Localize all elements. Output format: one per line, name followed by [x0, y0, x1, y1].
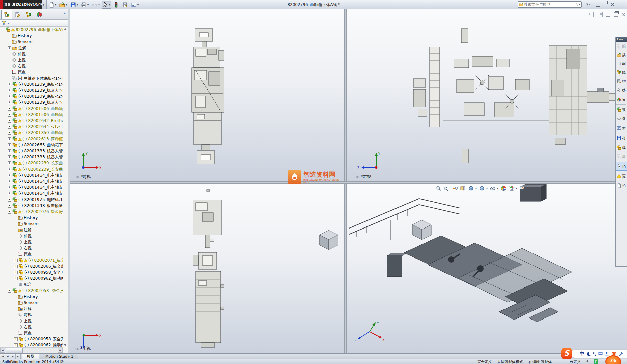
soft-keyboard-icon[interactable]: [598, 351, 603, 356]
menu-flyout-arrow[interactable]: ▸: [42, 0, 47, 9]
select-tool-button[interactable]: ▾: [102, 1, 111, 9]
update-components-button[interactable]: 更: [616, 172, 627, 180]
scroll-left-icon[interactable]: ◀: [0, 348, 5, 353]
filter-caret-icon[interactable]: ▾: [8, 22, 9, 25]
filter-funnel-icon[interactable]: [2, 21, 6, 25]
apply-scene-button[interactable]: ▾: [509, 185, 517, 191]
scrollbar-thumb[interactable]: [6, 348, 23, 353]
caret-icon[interactable]: ▾: [475, 187, 477, 190]
minimize-icon[interactable]: [596, 2, 600, 7]
expand-icon[interactable]: +: [14, 337, 18, 341]
split-pane-right-icon[interactable]: [597, 12, 603, 17]
zoom-to-fit-button[interactable]: [436, 185, 442, 191]
tree-item[interactable]: +(-) 82001464_电主轴支架: [0, 190, 63, 196]
caret-icon[interactable]: ▾: [137, 3, 139, 6]
expand-icon[interactable]: +: [8, 186, 11, 189]
search-input[interactable]: [523, 2, 574, 7]
tree-vertical-scrollbar[interactable]: ▲ ▼: [63, 27, 67, 347]
motion-study-tab[interactable]: Motion Study 1: [40, 354, 78, 359]
insert-components-button[interactable]: 插: [616, 51, 627, 59]
display-style-button[interactable]: ▾: [479, 185, 488, 191]
restore-icon[interactable]: [603, 2, 607, 6]
edit-component-button[interactable]: 编: [616, 42, 627, 51]
expand-icon[interactable]: +: [8, 174, 11, 177]
featuremanager-tab[interactable]: [1, 10, 12, 19]
caret-icon[interactable]: ▾: [87, 3, 89, 6]
tree-item[interactable]: +(-) 82002613_两种框架: [0, 136, 63, 142]
expand-icon[interactable]: +: [8, 137, 11, 141]
expand-icon[interactable]: +: [14, 259, 18, 262]
punctuation-mode-icon[interactable]: °,: [593, 351, 596, 356]
collapse-icon[interactable]: −: [8, 210, 11, 214]
tab-scroll-button-0[interactable]: |◀: [0, 354, 5, 359]
split-pane-left-icon[interactable]: [588, 12, 594, 17]
caret-icon[interactable]: ▾: [55, 3, 56, 6]
viewport-splitter-horizontal[interactable]: [70, 181, 627, 184]
options-button[interactable]: ▾: [130, 1, 140, 9]
view-orientation-button[interactable]: ▾: [468, 185, 477, 191]
caret-icon[interactable]: ▾: [66, 3, 67, 6]
tree-item[interactable]: +(-) 82001209_底板<1> (默: [0, 81, 63, 87]
tree-item[interactable]: +(-) 82001348_板链输送机: [0, 203, 63, 209]
tree-item[interactable]: (-) 曲轴箱下体底板<1> (默: [0, 75, 63, 81]
custom-arrow-icon[interactable]: ▲: [586, 359, 588, 362]
propertymanager-tab[interactable]: [12, 10, 23, 19]
expand-icon[interactable]: +: [8, 143, 11, 147]
search-box[interactable]: ▾: [518, 1, 582, 8]
tab-scroll-button-3[interactable]: ▶|: [16, 354, 21, 359]
mate-button[interactable]: 配: [616, 59, 627, 68]
caret-icon[interactable]: ▾: [109, 3, 110, 6]
tree-item[interactable]: +(-) 82001506_曲轴箱双: [0, 112, 63, 118]
new-document-button[interactable]: ▾: [48, 1, 57, 9]
panel-chevron[interactable]: »: [63, 11, 66, 16]
tree-item[interactable]: +(-) 82001239_机器人管线: [0, 87, 63, 93]
show-hidden-components-button[interactable]: 显: [616, 95, 627, 104]
tree-item[interactable]: +(-) 82001975_翻转机.1<1: [0, 196, 63, 203]
hide-show-items-button[interactable]: ▾: [490, 185, 498, 191]
view-settings-button[interactable]: ▾: [519, 185, 528, 191]
help-button[interactable]: ?▾: [584, 1, 593, 8]
caret-icon[interactable]: ▾: [77, 3, 78, 6]
tree-item[interactable]: +(-) 82001383_机器人管线: [0, 148, 63, 154]
smart-fasteners-button[interactable]: 智: [616, 77, 627, 86]
full-half-width-icon[interactable]: [586, 351, 591, 356]
search-caret-icon[interactable]: ▾: [579, 3, 580, 6]
tree-item[interactable]: Sensors: [0, 39, 63, 45]
expand-icon[interactable]: +: [8, 107, 11, 111]
expand-icon[interactable]: +: [8, 161, 11, 165]
tree-item[interactable]: 原点: [0, 69, 63, 75]
caret-icon[interactable]: ▾: [98, 3, 100, 6]
expand-icon[interactable]: +: [8, 89, 11, 92]
previous-view-button[interactable]: [452, 185, 458, 191]
expand-icon[interactable]: +: [8, 113, 11, 117]
new-motion-study-button[interactable]: 新: [616, 124, 627, 132]
caret-icon[interactable]: ▾: [497, 187, 498, 190]
expand-icon[interactable]: +: [14, 343, 18, 347]
viewport-right[interactable]: Y Z *右视: [347, 9, 627, 181]
zoom-to-area-button[interactable]: [444, 185, 450, 191]
edit-appearance-button[interactable]: [500, 185, 507, 191]
expand-icon[interactable]: +: [8, 180, 11, 183]
doc-close-icon[interactable]: ×: [622, 12, 626, 17]
expand-icon[interactable]: +: [8, 192, 11, 195]
scroll-up-icon[interactable]: ▲: [63, 27, 67, 31]
tab-scroll-button-2[interactable]: ▶: [10, 354, 16, 359]
expand-icon[interactable]: +: [8, 149, 11, 153]
bill-of-materials-button[interactable]: 材: [616, 133, 627, 142]
expand-icon[interactable]: +: [8, 95, 11, 98]
open-button[interactable]: ▾: [58, 1, 68, 9]
configurationmanager-tab[interactable]: [23, 10, 34, 19]
search-icon[interactable]: [574, 2, 578, 7]
expand-icon[interactable]: +: [14, 277, 18, 280]
user-center-icon[interactable]: [605, 351, 610, 356]
expand-icon[interactable]: +: [8, 168, 11, 171]
rebuild-button[interactable]: [112, 1, 120, 9]
expand-icon[interactable]: +: [8, 125, 11, 129]
tree-item[interactable]: History: [0, 33, 63, 39]
file-properties-button[interactable]: [121, 1, 129, 9]
tree-item[interactable]: 前视: [0, 51, 63, 57]
ime-settings-icon[interactable]: [618, 351, 623, 356]
tree-item[interactable]: +(-) 82001209_底板<2> (默: [0, 93, 63, 99]
scroll-right-icon[interactable]: ▶: [58, 348, 63, 353]
reference-geometry-button[interactable]: 参: [616, 114, 627, 123]
